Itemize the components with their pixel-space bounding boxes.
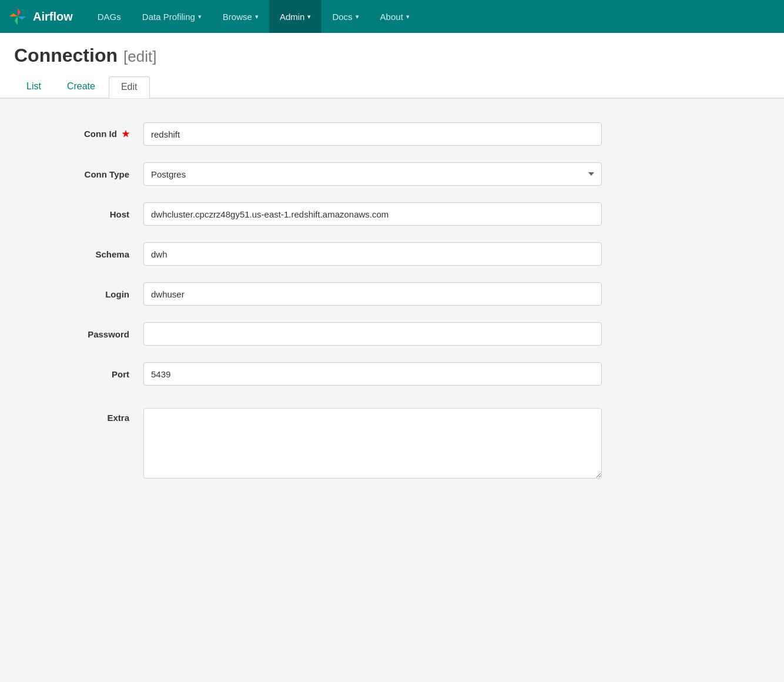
main-content: Conn Id ★ Conn Type Postgres MySQL SQLit…: [0, 98, 784, 507]
nav-item-admin[interactable]: Admin ▾: [269, 0, 322, 33]
nav-item-data-profiling[interactable]: Data Profiling ▾: [132, 0, 212, 33]
chevron-down-icon: ▾: [255, 13, 259, 21]
input-host[interactable]: [143, 202, 602, 226]
form-row-conn-type: Conn Type Postgres MySQL SQLite HTTP S3: [14, 156, 602, 192]
svg-marker-3: [9, 14, 18, 16]
label-login: Login: [14, 289, 143, 299]
chevron-down-icon: ▾: [198, 13, 202, 21]
page-title: Connection: [14, 45, 118, 66]
input-conn-id[interactable]: [143, 122, 602, 146]
airflow-logo-icon: [7, 6, 28, 27]
nav-brand-text: Airflow: [33, 10, 73, 24]
label-password: Password: [14, 329, 143, 339]
label-schema: Schema: [14, 249, 143, 259]
label-host: Host: [14, 209, 143, 219]
form-row-host: Host: [14, 196, 602, 232]
page-header: Connection [edit] List Create Edit: [0, 33, 784, 98]
svg-marker-0: [18, 8, 21, 16]
label-conn-type: Conn Type: [14, 169, 143, 179]
label-extra: Extra: [14, 408, 143, 423]
chevron-down-icon: ▾: [406, 13, 410, 21]
input-login[interactable]: [143, 282, 602, 306]
nav-items: DAGs Data Profiling ▾ Browse ▾ Admin ▾ D…: [87, 0, 777, 33]
chevron-down-icon: ▾: [307, 13, 311, 21]
form-row-schema: Schema: [14, 236, 602, 272]
form-row-extra: Extra: [14, 396, 602, 484]
form-row-conn-id: Conn Id ★: [14, 116, 602, 152]
svg-marker-2: [15, 16, 18, 25]
form-row-login: Login: [14, 276, 602, 312]
nav-item-docs[interactable]: Docs ▾: [321, 0, 369, 33]
nav-item-about[interactable]: About ▾: [370, 0, 420, 33]
connection-form: Conn Id ★ Conn Type Postgres MySQL SQLit…: [14, 116, 602, 484]
input-extra[interactable]: [143, 408, 602, 479]
tab-create[interactable]: Create: [55, 76, 108, 98]
svg-marker-1: [18, 16, 26, 19]
nav-item-browse[interactable]: Browse ▾: [212, 0, 269, 33]
label-port: Port: [14, 369, 143, 379]
tab-bar: List Create Edit: [14, 76, 770, 98]
form-row-port: Port: [14, 356, 602, 392]
label-conn-id: Conn Id ★: [14, 129, 143, 139]
page-edit-label: [edit]: [123, 48, 156, 66]
navbar: Airflow DAGs Data Profiling ▾ Browse ▾ A…: [0, 0, 784, 33]
form-row-password: Password: [14, 316, 602, 352]
nav-logo[interactable]: Airflow: [7, 6, 73, 27]
required-indicator: ★: [122, 129, 129, 139]
input-password[interactable]: [143, 322, 602, 346]
nav-item-dags[interactable]: DAGs: [87, 0, 132, 33]
chevron-down-icon: ▾: [356, 13, 359, 21]
input-port[interactable]: [143, 362, 602, 386]
select-conn-type[interactable]: Postgres MySQL SQLite HTTP S3: [143, 162, 602, 186]
input-schema[interactable]: [143, 242, 602, 266]
tab-edit[interactable]: Edit: [109, 76, 150, 98]
tab-list[interactable]: List: [14, 76, 53, 98]
